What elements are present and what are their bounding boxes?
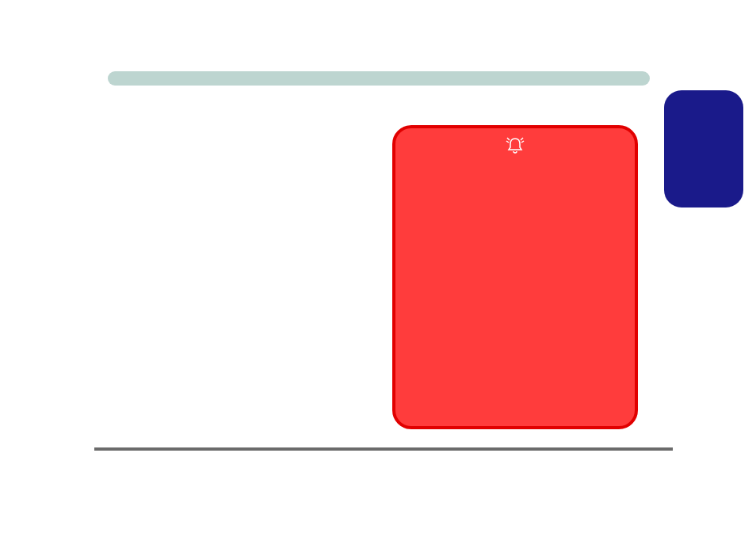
- svg-line-0: [506, 141, 509, 143]
- bottom-line: [94, 447, 673, 451]
- svg-line-1: [507, 138, 510, 140]
- bell-icon: [503, 136, 527, 155]
- red-panel: [392, 125, 638, 429]
- svg-line-3: [521, 138, 523, 140]
- top-bar: [108, 71, 650, 86]
- blue-box: [664, 90, 743, 207]
- svg-line-2: [521, 141, 524, 143]
